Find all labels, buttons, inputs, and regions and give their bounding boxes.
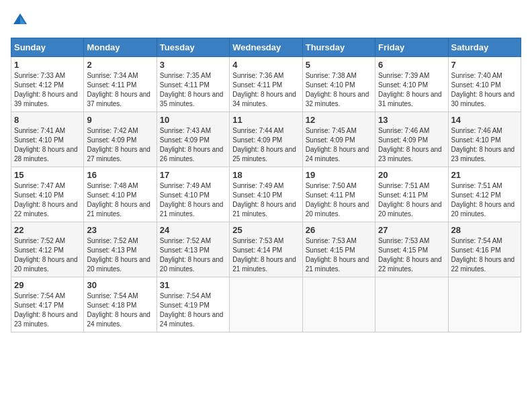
day-info: Sunrise: 7:39 AM Sunset: 4:10 PM Dayligh… — [378, 71, 445, 109]
calendar-week-4: 22 Sunrise: 7:52 AM Sunset: 4:12 PM Dayl… — [11, 222, 521, 277]
calendar-cell: 4 Sunrise: 7:36 AM Sunset: 4:11 PM Dayli… — [230, 57, 302, 112]
calendar-header-tuesday: Tuesday — [157, 38, 229, 57]
day-number: 11 — [232, 115, 299, 125]
day-info: Sunrise: 7:34 AM Sunset: 4:11 PM Dayligh… — [87, 71, 153, 109]
calendar-cell — [230, 277, 302, 332]
day-number: 5 — [306, 60, 372, 70]
day-info: Sunrise: 7:53 AM Sunset: 4:14 PM Dayligh… — [232, 236, 299, 274]
day-number: 19 — [306, 170, 372, 180]
logo — [11, 11, 32, 30]
day-info: Sunrise: 7:53 AM Sunset: 4:15 PM Dayligh… — [378, 236, 445, 274]
day-info: Sunrise: 7:45 AM Sunset: 4:09 PM Dayligh… — [306, 126, 372, 164]
day-number: 29 — [14, 280, 81, 290]
calendar-cell: 14 Sunrise: 7:46 AM Sunset: 4:10 PM Dayl… — [448, 112, 521, 167]
day-number: 21 — [451, 170, 518, 180]
day-info: Sunrise: 7:47 AM Sunset: 4:10 PM Dayligh… — [14, 181, 81, 219]
day-info: Sunrise: 7:46 AM Sunset: 4:10 PM Dayligh… — [451, 126, 518, 164]
day-info: Sunrise: 7:52 AM Sunset: 4:13 PM Dayligh… — [87, 236, 153, 274]
calendar-cell: 29 Sunrise: 7:54 AM Sunset: 4:17 PM Dayl… — [11, 277, 84, 332]
calendar-header-saturday: Saturday — [448, 38, 521, 57]
day-number: 18 — [232, 170, 299, 180]
day-number: 9 — [87, 115, 153, 125]
day-info: Sunrise: 7:54 AM Sunset: 4:16 PM Dayligh… — [451, 236, 518, 274]
calendar-cell: 23 Sunrise: 7:52 AM Sunset: 4:13 PM Dayl… — [84, 222, 157, 277]
calendar-cell — [375, 277, 448, 332]
day-info: Sunrise: 7:54 AM Sunset: 4:18 PM Dayligh… — [87, 291, 153, 329]
day-number: 6 — [378, 60, 445, 70]
day-info: Sunrise: 7:35 AM Sunset: 4:11 PM Dayligh… — [160, 71, 226, 109]
calendar-header-friday: Friday — [375, 38, 448, 57]
calendar-cell: 6 Sunrise: 7:39 AM Sunset: 4:10 PM Dayli… — [375, 57, 448, 112]
day-info: Sunrise: 7:51 AM Sunset: 4:11 PM Dayligh… — [378, 181, 445, 219]
day-number: 16 — [87, 170, 153, 180]
day-info: Sunrise: 7:43 AM Sunset: 4:09 PM Dayligh… — [160, 126, 226, 164]
day-number: 7 — [451, 60, 518, 70]
calendar-cell: 12 Sunrise: 7:45 AM Sunset: 4:09 PM Dayl… — [302, 112, 375, 167]
day-info: Sunrise: 7:50 AM Sunset: 4:11 PM Dayligh… — [306, 181, 372, 219]
day-info: Sunrise: 7:48 AM Sunset: 4:10 PM Dayligh… — [87, 181, 153, 219]
day-info: Sunrise: 7:33 AM Sunset: 4:12 PM Dayligh… — [14, 71, 81, 109]
calendar-table: SundayMondayTuesdayWednesdayThursdayFrid… — [11, 38, 521, 332]
day-number: 17 — [160, 170, 226, 180]
calendar-cell: 20 Sunrise: 7:51 AM Sunset: 4:11 PM Dayl… — [375, 167, 448, 222]
day-info: Sunrise: 7:49 AM Sunset: 4:10 PM Dayligh… — [232, 181, 299, 219]
day-number: 27 — [378, 225, 445, 235]
calendar-cell: 7 Sunrise: 7:40 AM Sunset: 4:10 PM Dayli… — [448, 57, 521, 112]
day-info: Sunrise: 7:38 AM Sunset: 4:10 PM Dayligh… — [306, 71, 372, 109]
calendar-cell: 22 Sunrise: 7:52 AM Sunset: 4:12 PM Dayl… — [11, 222, 84, 277]
calendar-cell: 27 Sunrise: 7:53 AM Sunset: 4:15 PM Dayl… — [375, 222, 448, 277]
day-info: Sunrise: 7:52 AM Sunset: 4:12 PM Dayligh… — [14, 236, 81, 274]
calendar-cell: 18 Sunrise: 7:49 AM Sunset: 4:10 PM Dayl… — [230, 167, 302, 222]
day-number: 20 — [378, 170, 445, 180]
calendar-cell: 21 Sunrise: 7:51 AM Sunset: 4:12 PM Dayl… — [448, 167, 521, 222]
calendar-header-wednesday: Wednesday — [230, 38, 302, 57]
calendar-cell: 24 Sunrise: 7:52 AM Sunset: 4:13 PM Dayl… — [157, 222, 229, 277]
day-number: 22 — [14, 225, 81, 235]
calendar-cell: 28 Sunrise: 7:54 AM Sunset: 4:16 PM Dayl… — [448, 222, 521, 277]
calendar-week-1: 1 Sunrise: 7:33 AM Sunset: 4:12 PM Dayli… — [11, 57, 521, 112]
day-info: Sunrise: 7:54 AM Sunset: 4:19 PM Dayligh… — [160, 291, 226, 329]
calendar-cell: 2 Sunrise: 7:34 AM Sunset: 4:11 PM Dayli… — [84, 57, 157, 112]
day-number: 23 — [87, 225, 153, 235]
day-number: 1 — [14, 60, 81, 70]
calendar-week-3: 15 Sunrise: 7:47 AM Sunset: 4:10 PM Dayl… — [11, 167, 521, 222]
calendar-cell: 5 Sunrise: 7:38 AM Sunset: 4:10 PM Dayli… — [302, 57, 375, 112]
calendar-cell: 26 Sunrise: 7:53 AM Sunset: 4:15 PM Dayl… — [302, 222, 375, 277]
day-info: Sunrise: 7:41 AM Sunset: 4:10 PM Dayligh… — [14, 126, 81, 164]
day-info: Sunrise: 7:51 AM Sunset: 4:12 PM Dayligh… — [451, 181, 518, 219]
calendar-cell — [302, 277, 375, 332]
day-number: 14 — [451, 115, 518, 125]
day-number: 8 — [14, 115, 81, 125]
calendar-cell: 15 Sunrise: 7:47 AM Sunset: 4:10 PM Dayl… — [11, 167, 84, 222]
calendar-cell: 13 Sunrise: 7:46 AM Sunset: 4:09 PM Dayl… — [375, 112, 448, 167]
calendar-header-monday: Monday — [84, 38, 157, 57]
day-number: 13 — [378, 115, 445, 125]
day-info: Sunrise: 7:36 AM Sunset: 4:11 PM Dayligh… — [232, 71, 299, 109]
calendar-cell: 17 Sunrise: 7:49 AM Sunset: 4:10 PM Dayl… — [157, 167, 229, 222]
day-number: 10 — [160, 115, 226, 125]
day-number: 31 — [160, 280, 226, 290]
day-info: Sunrise: 7:42 AM Sunset: 4:09 PM Dayligh… — [87, 126, 153, 164]
page-header — [11, 11, 521, 30]
calendar-header-row: SundayMondayTuesdayWednesdayThursdayFrid… — [11, 38, 521, 57]
day-number: 25 — [232, 225, 299, 235]
day-number: 28 — [451, 225, 518, 235]
calendar-week-2: 8 Sunrise: 7:41 AM Sunset: 4:10 PM Dayli… — [11, 112, 521, 167]
calendar-cell: 10 Sunrise: 7:43 AM Sunset: 4:09 PM Dayl… — [157, 112, 229, 167]
calendar-cell: 19 Sunrise: 7:50 AM Sunset: 4:11 PM Dayl… — [302, 167, 375, 222]
calendar-header-sunday: Sunday — [11, 38, 84, 57]
day-info: Sunrise: 7:52 AM Sunset: 4:13 PM Dayligh… — [160, 236, 226, 274]
calendar-header-thursday: Thursday — [302, 38, 375, 57]
calendar-cell: 1 Sunrise: 7:33 AM Sunset: 4:12 PM Dayli… — [11, 57, 84, 112]
calendar-cell: 3 Sunrise: 7:35 AM Sunset: 4:11 PM Dayli… — [157, 57, 229, 112]
calendar-cell: 9 Sunrise: 7:42 AM Sunset: 4:09 PM Dayli… — [84, 112, 157, 167]
day-info: Sunrise: 7:40 AM Sunset: 4:10 PM Dayligh… — [451, 71, 518, 109]
day-number: 3 — [160, 60, 226, 70]
logo-icon — [11, 11, 30, 30]
day-number: 30 — [87, 280, 153, 290]
calendar-cell: 31 Sunrise: 7:54 AM Sunset: 4:19 PM Dayl… — [157, 277, 229, 332]
day-info: Sunrise: 7:54 AM Sunset: 4:17 PM Dayligh… — [14, 291, 81, 329]
calendar-week-5: 29 Sunrise: 7:54 AM Sunset: 4:17 PM Dayl… — [11, 277, 521, 332]
day-info: Sunrise: 7:49 AM Sunset: 4:10 PM Dayligh… — [160, 181, 226, 219]
day-number: 15 — [14, 170, 81, 180]
